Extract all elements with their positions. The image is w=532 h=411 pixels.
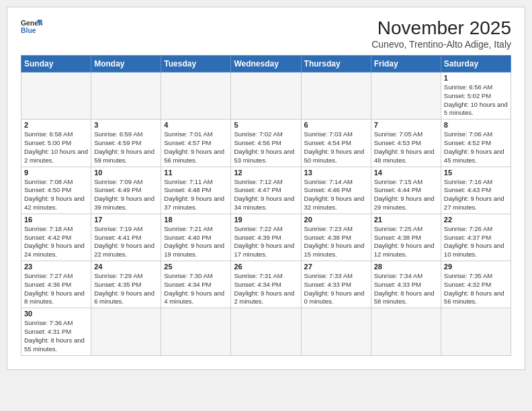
day-number: 29 bbox=[444, 263, 508, 271]
calendar-table: Sunday Monday Tuesday Wednesday Thursday… bbox=[21, 55, 511, 356]
day-number: 26 bbox=[234, 263, 298, 271]
day-number: 24 bbox=[94, 263, 158, 271]
calendar-cell bbox=[231, 308, 301, 355]
col-tuesday: Tuesday bbox=[161, 56, 231, 73]
calendar-cell: 14Sunrise: 7:15 AM Sunset: 4:44 PM Dayli… bbox=[371, 167, 441, 214]
calendar-cell: 6Sunrise: 7:03 AM Sunset: 4:54 PM Daylig… bbox=[301, 120, 371, 167]
day-info: Sunrise: 7:15 AM Sunset: 4:44 PM Dayligh… bbox=[374, 178, 438, 212]
day-number: 12 bbox=[234, 169, 298, 177]
day-info: Sunrise: 7:21 AM Sunset: 4:40 PM Dayligh… bbox=[164, 225, 228, 259]
week-row-1: 2Sunrise: 6:58 AM Sunset: 5:00 PM Daylig… bbox=[21, 120, 511, 167]
day-number: 4 bbox=[164, 121, 228, 129]
calendar-cell bbox=[371, 73, 441, 120]
col-wednesday: Wednesday bbox=[231, 56, 301, 73]
day-info: Sunrise: 7:30 AM Sunset: 4:34 PM Dayligh… bbox=[164, 272, 228, 306]
calendar-cell bbox=[161, 73, 231, 120]
generalblue-logo-icon: General Blue bbox=[21, 17, 42, 36]
calendar-cell: 18Sunrise: 7:21 AM Sunset: 4:40 PM Dayli… bbox=[161, 214, 231, 261]
page: General Blue November 2025 Cunevo, Trent… bbox=[7, 7, 525, 370]
calendar-cell: 11Sunrise: 7:11 AM Sunset: 4:48 PM Dayli… bbox=[161, 167, 231, 214]
week-row-5: 30Sunrise: 7:36 AM Sunset: 4:31 PM Dayli… bbox=[21, 308, 511, 355]
day-number: 3 bbox=[94, 121, 158, 129]
day-number: 19 bbox=[234, 216, 298, 224]
day-number: 14 bbox=[374, 169, 438, 177]
calendar-cell: 5Sunrise: 7:02 AM Sunset: 4:56 PM Daylig… bbox=[231, 120, 301, 167]
calendar-cell: 29Sunrise: 7:35 AM Sunset: 4:32 PM Dayli… bbox=[441, 261, 511, 308]
day-info: Sunrise: 7:16 AM Sunset: 4:43 PM Dayligh… bbox=[444, 178, 508, 212]
day-info: Sunrise: 7:01 AM Sunset: 4:57 PM Dayligh… bbox=[164, 130, 228, 165]
calendar-cell bbox=[231, 73, 301, 120]
calendar-cell: 21Sunrise: 7:25 AM Sunset: 4:38 PM Dayli… bbox=[371, 214, 441, 261]
day-number: 30 bbox=[24, 310, 88, 318]
calendar-cell: 15Sunrise: 7:16 AM Sunset: 4:43 PM Dayli… bbox=[441, 167, 511, 214]
col-monday: Monday bbox=[91, 56, 161, 73]
calendar-cell: 17Sunrise: 7:19 AM Sunset: 4:41 PM Dayli… bbox=[91, 214, 161, 261]
day-number: 1 bbox=[444, 74, 508, 82]
day-number: 11 bbox=[164, 169, 228, 177]
calendar-cell: 28Sunrise: 7:34 AM Sunset: 4:33 PM Dayli… bbox=[371, 261, 441, 308]
location: Cunevo, Trentino-Alto Adige, Italy bbox=[371, 39, 511, 50]
calendar-cell: 1Sunrise: 6:56 AM Sunset: 5:02 PM Daylig… bbox=[441, 73, 511, 120]
day-number: 10 bbox=[94, 169, 158, 177]
day-info: Sunrise: 7:19 AM Sunset: 4:41 PM Dayligh… bbox=[94, 225, 158, 259]
day-number: 20 bbox=[304, 216, 368, 224]
calendar-cell bbox=[91, 308, 161, 355]
calendar-cell: 9Sunrise: 7:08 AM Sunset: 4:50 PM Daylig… bbox=[21, 167, 91, 214]
col-saturday: Saturday bbox=[441, 56, 511, 73]
day-info: Sunrise: 7:14 AM Sunset: 4:46 PM Dayligh… bbox=[304, 178, 368, 212]
calendar-cell: 3Sunrise: 6:59 AM Sunset: 4:59 PM Daylig… bbox=[91, 120, 161, 167]
day-number: 15 bbox=[444, 169, 508, 177]
calendar-cell: 16Sunrise: 7:18 AM Sunset: 4:42 PM Dayli… bbox=[21, 214, 91, 261]
day-number: 9 bbox=[24, 169, 88, 177]
week-row-4: 23Sunrise: 7:27 AM Sunset: 4:36 PM Dayli… bbox=[21, 261, 511, 308]
calendar-cell bbox=[161, 308, 231, 355]
month-title: November 2025 bbox=[371, 17, 511, 39]
day-info: Sunrise: 7:11 AM Sunset: 4:48 PM Dayligh… bbox=[164, 178, 228, 212]
calendar-cell: 2Sunrise: 6:58 AM Sunset: 5:00 PM Daylig… bbox=[21, 120, 91, 167]
calendar-cell: 4Sunrise: 7:01 AM Sunset: 4:57 PM Daylig… bbox=[161, 120, 231, 167]
day-info: Sunrise: 7:08 AM Sunset: 4:50 PM Dayligh… bbox=[24, 178, 88, 212]
day-number: 22 bbox=[444, 216, 508, 224]
calendar-cell: 10Sunrise: 7:09 AM Sunset: 4:49 PM Dayli… bbox=[91, 167, 161, 214]
calendar-cell: 27Sunrise: 7:33 AM Sunset: 4:33 PM Dayli… bbox=[301, 261, 371, 308]
day-number: 16 bbox=[24, 216, 88, 224]
calendar-cell: 24Sunrise: 7:29 AM Sunset: 4:35 PM Dayli… bbox=[91, 261, 161, 308]
day-number: 28 bbox=[374, 263, 438, 271]
day-number: 21 bbox=[374, 216, 438, 224]
day-number: 23 bbox=[24, 263, 88, 271]
day-info: Sunrise: 7:05 AM Sunset: 4:53 PM Dayligh… bbox=[374, 130, 438, 165]
day-info: Sunrise: 6:58 AM Sunset: 5:00 PM Dayligh… bbox=[24, 130, 88, 165]
day-number: 2 bbox=[24, 121, 88, 129]
calendar-cell bbox=[21, 73, 91, 120]
calendar-cell: 22Sunrise: 7:26 AM Sunset: 4:37 PM Dayli… bbox=[441, 214, 511, 261]
calendar-cell bbox=[441, 308, 511, 355]
day-number: 13 bbox=[304, 169, 368, 177]
day-info: Sunrise: 6:56 AM Sunset: 5:02 PM Dayligh… bbox=[444, 83, 508, 118]
day-info: Sunrise: 7:31 AM Sunset: 4:34 PM Dayligh… bbox=[234, 272, 298, 306]
day-number: 6 bbox=[304, 121, 368, 129]
calendar-cell: 23Sunrise: 7:27 AM Sunset: 4:36 PM Dayli… bbox=[21, 261, 91, 308]
day-info: Sunrise: 7:18 AM Sunset: 4:42 PM Dayligh… bbox=[24, 225, 88, 259]
day-number: 8 bbox=[444, 121, 508, 129]
logo: General Blue bbox=[21, 17, 42, 36]
day-number: 18 bbox=[164, 216, 228, 224]
day-info: Sunrise: 7:06 AM Sunset: 4:52 PM Dayligh… bbox=[444, 130, 508, 165]
calendar-cell: 7Sunrise: 7:05 AM Sunset: 4:53 PM Daylig… bbox=[371, 120, 441, 167]
calendar-cell bbox=[301, 308, 371, 355]
calendar-cell: 13Sunrise: 7:14 AM Sunset: 4:46 PM Dayli… bbox=[301, 167, 371, 214]
header: General Blue November 2025 Cunevo, Trent… bbox=[21, 17, 511, 50]
day-info: Sunrise: 7:02 AM Sunset: 4:56 PM Dayligh… bbox=[234, 130, 298, 165]
calendar-cell: 19Sunrise: 7:22 AM Sunset: 4:39 PM Dayli… bbox=[231, 214, 301, 261]
calendar-cell: 30Sunrise: 7:36 AM Sunset: 4:31 PM Dayli… bbox=[21, 308, 91, 355]
day-info: Sunrise: 7:33 AM Sunset: 4:33 PM Dayligh… bbox=[304, 272, 368, 306]
calendar-cell bbox=[371, 308, 441, 355]
day-number: 25 bbox=[164, 263, 228, 271]
col-friday: Friday bbox=[371, 56, 441, 73]
day-info: Sunrise: 7:09 AM Sunset: 4:49 PM Dayligh… bbox=[94, 178, 158, 212]
day-info: Sunrise: 7:35 AM Sunset: 4:32 PM Dayligh… bbox=[444, 272, 508, 306]
calendar-cell bbox=[91, 73, 161, 120]
day-info: Sunrise: 7:25 AM Sunset: 4:38 PM Dayligh… bbox=[374, 225, 438, 259]
calendar-cell: 25Sunrise: 7:30 AM Sunset: 4:34 PM Dayli… bbox=[161, 261, 231, 308]
calendar-cell bbox=[301, 73, 371, 120]
day-info: Sunrise: 7:22 AM Sunset: 4:39 PM Dayligh… bbox=[234, 225, 298, 259]
